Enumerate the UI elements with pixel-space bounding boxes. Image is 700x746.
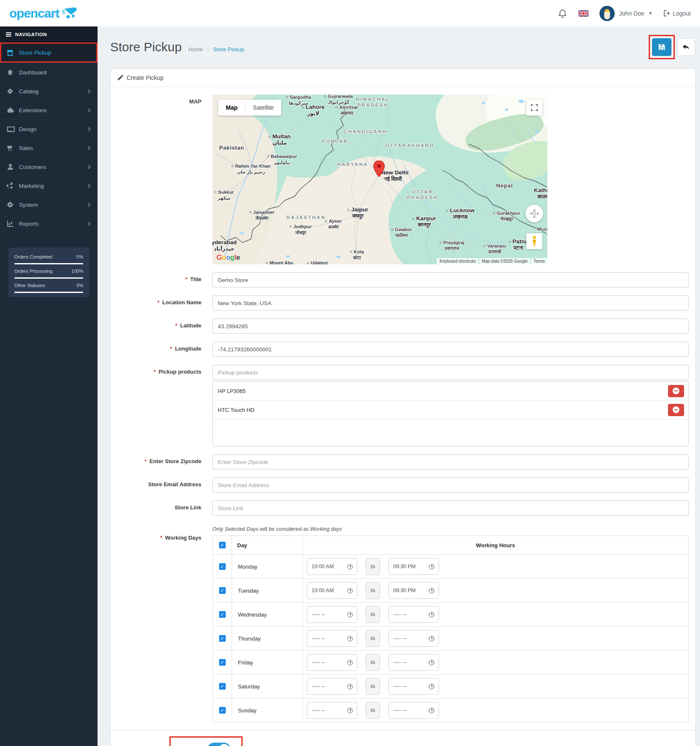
opencart-logo[interactable]: opencart xyxy=(9,6,79,21)
sidebar-item[interactable]: Dashboard xyxy=(0,63,98,82)
city-dot-icon xyxy=(391,229,393,231)
text-input[interactable] xyxy=(212,295,689,311)
sidebar-item-label: Marketing xyxy=(19,183,82,189)
google-map[interactable]: Sargodha سرگودھا Gujranwala گوجرانوالہ xyxy=(212,95,547,264)
chevron-right-icon xyxy=(87,221,91,226)
sidebar-item[interactable]: Customers xyxy=(0,158,98,177)
time-from-input[interactable]: --:-- -- xyxy=(307,630,357,647)
text-input[interactable] xyxy=(212,501,689,516)
sidebar-item[interactable]: Store Pickup xyxy=(0,42,98,63)
sidebar-item[interactable]: Reports xyxy=(0,214,98,233)
clock-icon xyxy=(429,660,434,665)
map-label: Varanasi वाराणसी xyxy=(483,241,506,255)
sidebar-item-label: Customers xyxy=(19,164,82,170)
sidebar-item[interactable]: System xyxy=(0,195,98,214)
clock-icon xyxy=(429,684,434,689)
clock-icon xyxy=(347,660,353,665)
time-to-input[interactable]: --:-- -- xyxy=(388,630,439,647)
fullscreen-icon xyxy=(531,104,538,111)
city-dot-icon xyxy=(446,210,448,212)
logout-label: Logout xyxy=(673,10,691,17)
time-from-input[interactable]: 10:00 AM xyxy=(307,582,357,599)
city-dot-icon xyxy=(335,106,338,108)
notifications-bell-icon[interactable] xyxy=(557,8,568,18)
field-label: Pickup products xyxy=(158,369,201,375)
time-from-input[interactable]: 10:00 AM xyxy=(307,558,357,575)
logout-button[interactable]: Logout xyxy=(663,10,691,17)
time-to-input[interactable]: --:-- -- xyxy=(388,678,439,695)
day-checkbox[interactable] xyxy=(219,563,226,570)
map-label: Lahore لابور xyxy=(302,103,325,117)
sidebar-item[interactable]: Design xyxy=(0,120,98,139)
pan-control[interactable] xyxy=(526,205,543,222)
sidebar-item[interactable]: Sales xyxy=(0,139,98,158)
sidebar-item-icon xyxy=(7,145,13,151)
to-label: to xyxy=(366,654,380,671)
pickup-product-item: HP LP3065 xyxy=(213,382,688,401)
time-to-input[interactable]: 09:30 PM xyxy=(388,582,439,599)
text-input[interactable] xyxy=(212,319,689,334)
city-dot-icon xyxy=(350,251,352,253)
working-day-row: Monday 10:00 AM to 09 xyxy=(213,555,689,579)
navigation-header: NAVIGATION xyxy=(0,26,98,42)
breadcrumb-current[interactable]: Store Pickup xyxy=(213,46,244,53)
city-dot-icon xyxy=(324,95,326,98)
status-toggle[interactable] xyxy=(208,743,230,746)
day-checkbox[interactable] xyxy=(219,707,226,714)
street-view-pegman[interactable] xyxy=(526,233,542,249)
top-header: opencart xyxy=(0,0,700,26)
day-checkbox[interactable] xyxy=(219,659,226,666)
google-logo[interactable]: Google xyxy=(217,253,240,262)
day-checkbox[interactable] xyxy=(219,683,226,690)
time-from-input[interactable]: --:-- -- xyxy=(307,606,357,623)
language-flag-icon[interactable] xyxy=(578,10,589,17)
fullscreen-button[interactable] xyxy=(526,100,542,116)
map-label: Sukkur سكهر xyxy=(214,187,234,201)
time-from-input[interactable]: --:-- -- xyxy=(307,702,357,719)
map-type-satellite-button[interactable]: Satellite xyxy=(245,100,281,116)
save-button[interactable] xyxy=(652,38,671,56)
time-to-input[interactable]: --:-- -- xyxy=(388,702,439,719)
pickup-products-input[interactable] xyxy=(212,365,689,380)
map-marker-pin-icon[interactable] xyxy=(373,161,385,177)
map-label: Nepal xyxy=(496,181,512,189)
create-pickup-panel: Create Pickup MAP xyxy=(110,69,696,746)
remove-product-button[interactable] xyxy=(668,385,684,397)
hamburger-icon[interactable] xyxy=(6,34,11,35)
clock-icon xyxy=(347,708,353,713)
text-input[interactable] xyxy=(212,342,689,357)
remove-product-button[interactable] xyxy=(668,404,684,416)
sidebar-item[interactable]: Marketing xyxy=(0,177,98,195)
select-all-checkbox[interactable] xyxy=(219,542,226,548)
day-checkbox[interactable] xyxy=(219,635,226,642)
map-type-map-button[interactable]: Map xyxy=(218,100,245,116)
clock-icon xyxy=(347,636,353,641)
logout-icon xyxy=(663,10,670,16)
terms-link[interactable]: Terms xyxy=(531,258,547,264)
text-input[interactable] xyxy=(212,454,689,469)
day-name: Tuesday xyxy=(232,579,303,603)
map-label: Gwalior ग्वालियर xyxy=(391,225,412,238)
time-from-input[interactable]: --:-- -- xyxy=(307,678,357,695)
sidebar-item-label: Store Pickup xyxy=(19,50,91,56)
breadcrumb-home[interactable]: Home xyxy=(188,46,203,53)
sidebar-item[interactable]: Catalog xyxy=(0,82,98,101)
required-asterisk xyxy=(160,535,164,541)
day-checkbox[interactable] xyxy=(219,587,226,594)
field-label: Working Days xyxy=(165,535,201,541)
time-to-input[interactable]: 09:30 PM xyxy=(388,558,439,575)
clock-icon xyxy=(347,612,353,617)
day-name: Thursday xyxy=(232,627,303,651)
text-input[interactable] xyxy=(212,477,689,493)
user-menu[interactable]: John Doe ▼ xyxy=(600,6,652,21)
time-from-input[interactable]: --:-- -- xyxy=(307,654,357,671)
time-to-input[interactable]: --:-- -- xyxy=(388,654,439,671)
text-input[interactable] xyxy=(212,272,689,287)
keyboard-shortcuts-link[interactable]: Keyboard shortcuts xyxy=(437,258,478,264)
sidebar-item[interactable]: Extensions xyxy=(0,101,98,120)
day-checkbox[interactable] xyxy=(219,611,226,618)
map-label: Multan ملتان xyxy=(269,132,291,146)
back-button[interactable] xyxy=(677,38,695,56)
sidebar-item-label: Extensions xyxy=(19,107,82,113)
time-to-input[interactable]: --:-- -- xyxy=(388,606,439,623)
